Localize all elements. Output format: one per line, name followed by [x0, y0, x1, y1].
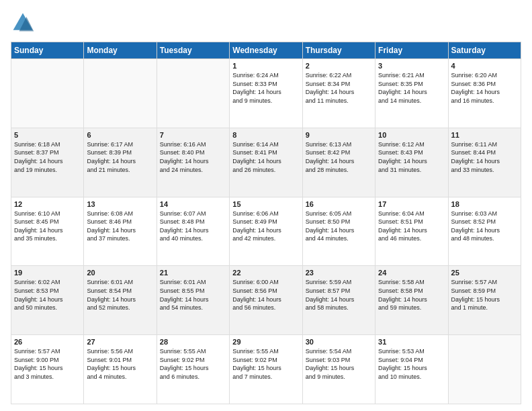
day-number: 30 — [306, 338, 372, 346]
calendar-cell: 2Sunrise: 6:22 AM Sunset: 8:34 PM Daylig… — [302, 59, 375, 128]
calendar-cell: 23Sunrise: 5:59 AM Sunset: 8:57 PM Dayli… — [302, 266, 375, 335]
day-info: Sunrise: 6:14 AM Sunset: 8:41 PM Dayligh… — [232, 140, 299, 174]
day-of-week-row: SundayMondayTuesdayWednesdayThursdayFrid… — [11, 42, 521, 59]
calendar-cell: 28Sunrise: 5:55 AM Sunset: 9:02 PM Dayli… — [157, 335, 229, 404]
calendar-cell: 13Sunrise: 6:08 AM Sunset: 8:46 PM Dayli… — [84, 197, 157, 266]
dow-header-saturday: Saturday — [448, 42, 521, 59]
calendar-cell: 22Sunrise: 6:00 AM Sunset: 8:56 PM Dayli… — [230, 266, 302, 335]
calendar-cell: 27Sunrise: 5:56 AM Sunset: 9:01 PM Dayli… — [84, 335, 157, 404]
calendar-cell: 5Sunrise: 6:18 AM Sunset: 8:37 PM Daylig… — [11, 128, 84, 197]
calendar-cell: 18Sunrise: 6:03 AM Sunset: 8:52 PM Dayli… — [448, 197, 521, 266]
day-info: Sunrise: 6:03 AM Sunset: 8:52 PM Dayligh… — [451, 210, 518, 243]
calendar-cell: 19Sunrise: 6:02 AM Sunset: 8:53 PM Dayli… — [11, 266, 84, 335]
calendar-cell: 10Sunrise: 6:12 AM Sunset: 8:43 PM Dayli… — [375, 128, 448, 197]
week-row-2: 5Sunrise: 6:18 AM Sunset: 8:37 PM Daylig… — [11, 128, 521, 197]
calendar-cell: 29Sunrise: 5:55 AM Sunset: 9:02 PM Dayli… — [230, 335, 302, 404]
day-number: 20 — [87, 269, 153, 277]
day-info: Sunrise: 6:17 AM Sunset: 8:39 PM Dayligh… — [87, 140, 153, 174]
calendar-cell — [448, 335, 521, 404]
day-number: 19 — [14, 269, 81, 277]
calendar-cell: 9Sunrise: 6:13 AM Sunset: 8:42 PM Daylig… — [302, 128, 375, 197]
day-number: 10 — [378, 131, 445, 139]
calendar-cell: 24Sunrise: 5:58 AM Sunset: 8:58 PM Dayli… — [375, 266, 448, 335]
dow-header-tuesday: Tuesday — [157, 42, 229, 59]
calendar-cell: 1Sunrise: 6:24 AM Sunset: 8:33 PM Daylig… — [230, 59, 302, 128]
day-info: Sunrise: 5:56 AM Sunset: 9:01 PM Dayligh… — [87, 347, 153, 381]
page: SundayMondayTuesdayWednesdayThursdayFrid… — [0, 0, 532, 411]
day-info: Sunrise: 5:57 AM Sunset: 8:59 PM Dayligh… — [451, 278, 518, 312]
day-number: 24 — [378, 269, 445, 277]
calendar-cell: 14Sunrise: 6:07 AM Sunset: 8:48 PM Dayli… — [157, 197, 229, 266]
day-number: 17 — [378, 200, 445, 208]
calendar-cell: 26Sunrise: 5:57 AM Sunset: 9:00 PM Dayli… — [11, 335, 84, 404]
day-info: Sunrise: 5:55 AM Sunset: 9:02 PM Dayligh… — [160, 347, 226, 381]
day-info: Sunrise: 5:54 AM Sunset: 9:03 PM Dayligh… — [306, 347, 372, 381]
week-row-5: 26Sunrise: 5:57 AM Sunset: 9:00 PM Dayli… — [11, 335, 521, 404]
week-row-3: 12Sunrise: 6:10 AM Sunset: 8:45 PM Dayli… — [11, 197, 521, 266]
day-info: Sunrise: 6:22 AM Sunset: 8:34 PM Dayligh… — [306, 71, 372, 105]
day-info: Sunrise: 6:13 AM Sunset: 8:42 PM Dayligh… — [306, 140, 372, 174]
calendar-cell: 21Sunrise: 6:01 AM Sunset: 8:55 PM Dayli… — [157, 266, 229, 335]
day-number: 22 — [232, 269, 299, 277]
dow-header-wednesday: Wednesday — [230, 42, 302, 59]
day-number: 13 — [87, 200, 153, 208]
day-number: 11 — [451, 131, 518, 139]
day-number: 7 — [160, 131, 226, 139]
day-info: Sunrise: 6:20 AM Sunset: 8:36 PM Dayligh… — [451, 71, 518, 105]
day-number: 14 — [160, 200, 226, 208]
dow-header-sunday: Sunday — [11, 42, 84, 59]
day-number: 28 — [160, 338, 226, 346]
calendar-cell — [157, 59, 229, 128]
day-number: 8 — [232, 131, 299, 139]
calendar-cell — [11, 59, 84, 128]
day-info: Sunrise: 5:57 AM Sunset: 9:00 PM Dayligh… — [14, 347, 81, 381]
day-info: Sunrise: 6:00 AM Sunset: 8:56 PM Dayligh… — [232, 278, 299, 312]
day-info: Sunrise: 5:55 AM Sunset: 9:02 PM Dayligh… — [232, 347, 299, 381]
calendar-cell: 11Sunrise: 6:11 AM Sunset: 8:44 PM Dayli… — [448, 128, 521, 197]
calendar-cell: 8Sunrise: 6:14 AM Sunset: 8:41 PM Daylig… — [230, 128, 302, 197]
day-number: 29 — [232, 338, 299, 346]
calendar-cell: 25Sunrise: 5:57 AM Sunset: 8:59 PM Dayli… — [448, 266, 521, 335]
day-info: Sunrise: 6:01 AM Sunset: 8:55 PM Dayligh… — [160, 278, 226, 312]
day-number: 3 — [378, 62, 445, 70]
day-number: 2 — [306, 62, 372, 70]
calendar-cell: 20Sunrise: 6:01 AM Sunset: 8:54 PM Dayli… — [84, 266, 157, 335]
day-number: 16 — [306, 200, 372, 208]
calendar-cell: 4Sunrise: 6:20 AM Sunset: 8:36 PM Daylig… — [448, 59, 521, 128]
day-info: Sunrise: 6:10 AM Sunset: 8:45 PM Dayligh… — [14, 210, 81, 243]
calendar-cell: 16Sunrise: 6:05 AM Sunset: 8:50 PM Dayli… — [302, 197, 375, 266]
day-number: 12 — [14, 200, 81, 208]
day-info: Sunrise: 6:11 AM Sunset: 8:44 PM Dayligh… — [451, 140, 518, 174]
day-info: Sunrise: 6:24 AM Sunset: 8:33 PM Dayligh… — [232, 71, 299, 105]
day-number: 25 — [451, 269, 518, 277]
day-number: 5 — [14, 131, 81, 139]
calendar-table: SundayMondayTuesdayWednesdayThursdayFrid… — [11, 42, 521, 404]
day-info: Sunrise: 5:58 AM Sunset: 8:58 PM Dayligh… — [378, 278, 445, 312]
day-number: 1 — [232, 62, 299, 70]
day-number: 9 — [306, 131, 372, 139]
calendar-cell: 7Sunrise: 6:16 AM Sunset: 8:40 PM Daylig… — [157, 128, 229, 197]
header — [11, 11, 521, 35]
day-info: Sunrise: 6:06 AM Sunset: 8:49 PM Dayligh… — [232, 210, 299, 243]
calendar-body: 1Sunrise: 6:24 AM Sunset: 8:33 PM Daylig… — [11, 59, 521, 404]
logo-icon — [11, 11, 35, 35]
day-number: 27 — [87, 338, 153, 346]
day-number: 31 — [378, 338, 445, 346]
day-info: Sunrise: 5:59 AM Sunset: 8:57 PM Dayligh… — [306, 278, 372, 312]
calendar-cell: 15Sunrise: 6:06 AM Sunset: 8:49 PM Dayli… — [230, 197, 302, 266]
week-row-4: 19Sunrise: 6:02 AM Sunset: 8:53 PM Dayli… — [11, 266, 521, 335]
day-info: Sunrise: 6:07 AM Sunset: 8:48 PM Dayligh… — [160, 210, 226, 243]
day-info: Sunrise: 5:53 AM Sunset: 9:04 PM Dayligh… — [378, 347, 445, 381]
day-info: Sunrise: 6:18 AM Sunset: 8:37 PM Dayligh… — [14, 140, 81, 174]
day-number: 26 — [14, 338, 81, 346]
day-number: 4 — [451, 62, 518, 70]
dow-header-thursday: Thursday — [302, 42, 375, 59]
day-number: 15 — [232, 200, 299, 208]
day-info: Sunrise: 6:16 AM Sunset: 8:40 PM Dayligh… — [160, 140, 226, 174]
calendar-cell: 12Sunrise: 6:10 AM Sunset: 8:45 PM Dayli… — [11, 197, 84, 266]
calendar-cell: 17Sunrise: 6:04 AM Sunset: 8:51 PM Dayli… — [375, 197, 448, 266]
day-info: Sunrise: 6:21 AM Sunset: 8:35 PM Dayligh… — [378, 71, 445, 105]
day-number: 18 — [451, 200, 518, 208]
calendar-cell: 3Sunrise: 6:21 AM Sunset: 8:35 PM Daylig… — [375, 59, 448, 128]
day-number: 21 — [160, 269, 226, 277]
